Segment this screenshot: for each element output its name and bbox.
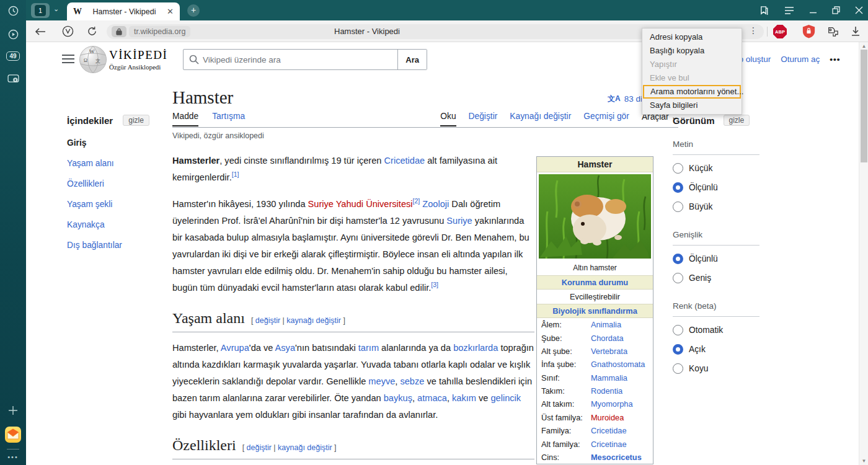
radio-button[interactable]: [673, 254, 683, 264]
appearance-option[interactable]: Açık: [673, 340, 760, 359]
page-scrollbar[interactable]: ▲ ▼: [859, 42, 868, 465]
adblock-extension-icon[interactable]: ABP: [773, 25, 787, 38]
workspace-button[interactable]: 1: [31, 3, 50, 18]
radio-button[interactable]: [673, 325, 683, 335]
header-link[interactable]: Oturum aç: [781, 55, 820, 64]
radio-button[interactable]: [673, 344, 683, 355]
edit-link[interactable]: değiştir: [255, 316, 280, 325]
appearance-option[interactable]: Geniş: [673, 268, 760, 288]
history-clock-icon[interactable]: [0, 6, 26, 16]
taxonomy-value[interactable]: Rodentia: [590, 384, 653, 397]
radio-button[interactable]: [673, 163, 683, 174]
context-menu-item[interactable]: Arama motorlarını yönet...: [644, 86, 740, 97]
restore-button[interactable]: [832, 6, 840, 14]
media-play-icon[interactable]: [0, 29, 26, 40]
conservation-status-header[interactable]: Korunma durumu: [537, 275, 653, 290]
wiki-link[interactable]: Cricetidae: [384, 156, 425, 166]
passwords-keys-icon[interactable]: [826, 20, 839, 42]
toc-item[interactable]: Dış bağlantılar: [67, 238, 169, 252]
new-tab-button[interactable]: +: [187, 4, 200, 17]
wiki-link[interactable]: meyve: [368, 376, 395, 386]
namespace-tab[interactable]: Madde: [172, 112, 198, 126]
toc-hide-button[interactable]: gizle: [123, 115, 149, 126]
radio-button[interactable]: [673, 202, 683, 212]
wiki-link[interactable]: baykuş: [384, 393, 412, 403]
appearance-option[interactable]: Ölçünlü: [673, 249, 760, 268]
citation-link[interactable]: [3]: [431, 281, 438, 288]
appearance-option[interactable]: Koyu: [673, 359, 760, 378]
taxonomy-value[interactable]: Cricetidae: [590, 424, 653, 437]
header-link[interactable]: •••: [830, 55, 840, 64]
wikipedia-wordmark[interactable]: VİKİPEDİ Özgür Ansiklopedi: [109, 48, 167, 71]
appearance-option[interactable]: Büyük: [673, 197, 760, 216]
search-input[interactable]: [199, 55, 397, 64]
back-icon[interactable]: [35, 20, 46, 42]
taxonomy-value[interactable]: Gnathostomata: [590, 358, 653, 371]
context-menu-item[interactable]: Sayfa bilgileri: [642, 99, 742, 112]
taxonomy-value[interactable]: Myomorpha: [590, 397, 653, 410]
citation-link[interactable]: [1]: [232, 170, 239, 178]
wikipedia-globe-logo[interactable]: W Ω 文: [79, 45, 107, 76]
appearance-option[interactable]: Küçük: [673, 159, 760, 178]
main-menu-icon[interactable]: [62, 55, 74, 63]
page-capture-icon[interactable]: [0, 74, 26, 84]
vivaldi-icon[interactable]: [62, 20, 74, 42]
add-web-panel-icon[interactable]: [0, 405, 26, 416]
classification-header[interactable]: Biyolojik sınıflandırma: [537, 304, 653, 318]
toc-item[interactable]: Yaşam şekli: [67, 197, 169, 211]
wiki-link[interactable]: kakım: [452, 393, 476, 403]
taxobox-image[interactable]: [537, 172, 653, 262]
citation-link[interactable]: [2]: [413, 197, 420, 205]
taxonomy-value[interactable]: Muroidea: [590, 411, 653, 424]
radio-button[interactable]: [673, 363, 683, 374]
appearance-option[interactable]: Otomatik: [673, 321, 760, 340]
namespace-tab[interactable]: Tartışma: [212, 112, 245, 126]
lock-icon[interactable]: [112, 26, 126, 37]
view-tab[interactable]: Kaynağı değiştir: [510, 112, 571, 126]
wiki-link[interactable]: Suriye Yahudi Üniversitesi: [308, 199, 413, 209]
wiki-link[interactable]: Suriye: [446, 216, 472, 226]
privacy-shield-extension-icon[interactable]: [802, 20, 815, 42]
reload-icon[interactable]: [87, 20, 97, 42]
context-menu-item[interactable]: Başlığı kopyala: [642, 44, 742, 58]
wiki-link[interactable]: tarım: [358, 343, 379, 353]
appearance-hide-button[interactable]: gizle: [724, 115, 750, 126]
tab-close-icon[interactable]: ✕: [167, 7, 174, 16]
appearance-option[interactable]: Ölçünlü: [673, 178, 760, 197]
wiki-link[interactable]: Avrupa: [221, 343, 249, 353]
view-tab[interactable]: Oku: [440, 112, 456, 126]
wiki-link[interactable]: Zooloji: [422, 199, 449, 209]
taxonomy-value[interactable]: Animalia: [590, 318, 653, 331]
scrollbar-thumb[interactable]: [861, 50, 867, 162]
taxonomy-value[interactable]: Chordata: [590, 331, 653, 344]
edit-link[interactable]: kaynağı değiştir: [278, 443, 332, 452]
menu-icon[interactable]: [784, 7, 794, 14]
context-menu-item[interactable]: Adresi kopyala: [642, 30, 742, 44]
edit-link[interactable]: değiştir: [247, 443, 272, 452]
scroll-down-icon[interactable]: ▼: [859, 458, 868, 464]
minimize-button[interactable]: [809, 6, 817, 14]
wiki-link[interactable]: bozkırlarda: [453, 343, 498, 353]
download-icon[interactable]: [851, 20, 861, 42]
taxonomy-value[interactable]: Vertebrata: [590, 345, 653, 358]
radio-button[interactable]: [673, 182, 683, 193]
mail-webpanel-icon[interactable]: [0, 427, 26, 443]
wiki-link[interactable]: atmaca: [417, 393, 447, 403]
address-bar-menu-icon[interactable]: ⋮: [749, 25, 758, 35]
wiki-link[interactable]: Asya: [275, 343, 295, 353]
wiki-link[interactable]: gelincik: [490, 393, 521, 403]
browser-tab[interactable]: W Hamster - Vikipedi ✕: [67, 2, 180, 20]
view-tab[interactable]: Değiştir: [469, 112, 498, 126]
toc-item[interactable]: Kaynakça: [67, 218, 169, 232]
view-tab[interactable]: Geçmişi gör: [583, 112, 629, 126]
taxonomy-value[interactable]: Mammalia: [590, 371, 653, 384]
radio-button[interactable]: [673, 273, 683, 283]
url-text[interactable]: tr.wikipedia.org: [129, 26, 190, 37]
tab-counter-badge[interactable]: 49: [0, 51, 26, 61]
language-selector[interactable]: 文A 83 dil: [608, 94, 644, 104]
toc-item[interactable]: Yaşam alanı: [67, 156, 169, 170]
close-button[interactable]: [855, 6, 863, 14]
toc-item[interactable]: Özellikleri: [67, 177, 169, 191]
workspace-chevron-icon[interactable]: ⌄: [53, 5, 59, 13]
search-button[interactable]: Ara: [397, 50, 427, 69]
